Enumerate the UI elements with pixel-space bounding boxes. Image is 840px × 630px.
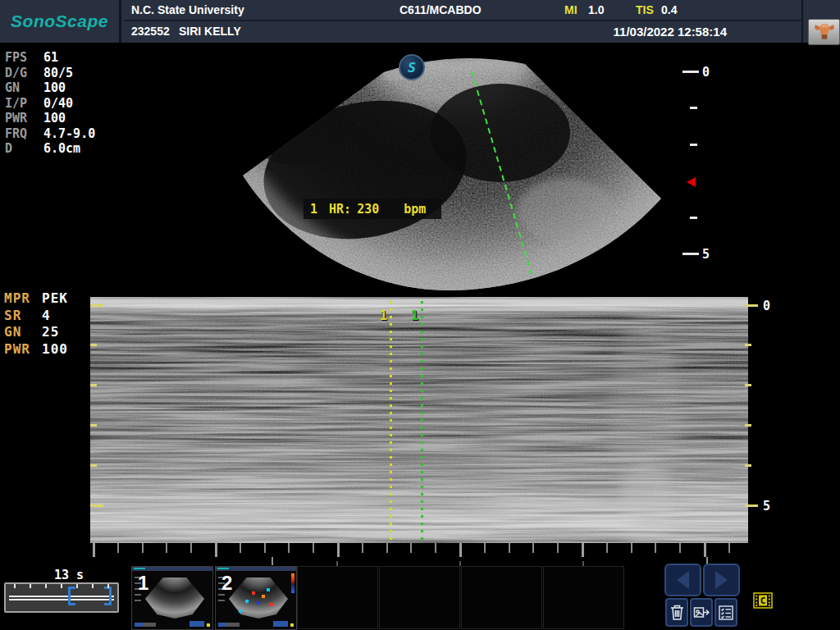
doppler-speckle (252, 591, 255, 595)
svg-text:C: C (760, 596, 766, 606)
ruler-tick (690, 107, 697, 109)
ruler-tick (745, 464, 751, 467)
thumb-badge (189, 621, 204, 627)
ultrasound-screen: SonoScape N.C. State University C611/MCA… (0, 0, 840, 630)
timeline-tick (92, 584, 94, 588)
time-tick (557, 543, 559, 553)
timeline-bracket-left[interactable] (68, 587, 75, 605)
delete-button[interactable] (665, 598, 688, 627)
timeline-tick (14, 584, 16, 588)
measurement-index: 1 (310, 202, 317, 217)
time-tick (93, 543, 95, 557)
time-tick (509, 543, 510, 553)
arrow-right-icon (715, 571, 728, 589)
mi-label: MI (564, 3, 578, 16)
doppler-speckle (267, 588, 270, 591)
thumbnail-slot-empty (543, 566, 624, 629)
tis-value: 0.4 (661, 3, 677, 16)
ruler-tick (90, 504, 103, 507)
time-tick (435, 543, 436, 553)
time-tick (215, 543, 217, 557)
time-tick (410, 543, 412, 553)
time-tick (532, 543, 534, 553)
ruler-label-5: 5 (702, 247, 710, 262)
caliper-yellow[interactable] (390, 301, 392, 542)
tis-label: TIS (636, 3, 654, 16)
header-divider (801, 0, 803, 43)
time-tick (264, 543, 266, 553)
mi-value: 1.0 (588, 3, 604, 16)
cine-clip-badge: C (753, 592, 773, 612)
cine-timeline[interactable] (4, 582, 119, 613)
focus-marker[interactable] (687, 177, 696, 187)
header-row-1: N.C. State University C611/MCABDO MI 1.0… (124, 0, 801, 21)
next-page-button[interactable] (703, 564, 740, 596)
ruler-label-5: 5 (763, 499, 770, 514)
thumb-header (216, 567, 296, 571)
time-tick (190, 543, 192, 553)
mmode-time-axis (0, 543, 840, 558)
time-tick (166, 543, 167, 553)
ruler-tick (745, 424, 751, 427)
time-tick (655, 543, 656, 553)
ruler-tick (90, 424, 97, 427)
timeline-tick (76, 584, 78, 588)
cine-film-icon: C (753, 592, 773, 609)
time-tick (288, 543, 290, 553)
thumb-dot (290, 623, 294, 627)
ruler-tick (90, 344, 97, 346)
time-tick (728, 543, 730, 553)
time-tick (631, 543, 632, 553)
ruler-label-0: 0 (702, 65, 710, 80)
sonoscape-logo: SonoScape (11, 11, 108, 31)
time-tick (362, 543, 363, 553)
trash-icon (669, 604, 685, 621)
caliper-green[interactable] (421, 301, 423, 542)
timeline-tick (45, 584, 47, 588)
ruler-tick (682, 253, 699, 255)
timeline-tick (61, 584, 62, 588)
thumb-progress (218, 623, 240, 627)
ruler-tick (745, 304, 758, 307)
ruler-tick (90, 304, 103, 307)
thumbnail-1[interactable]: 1 (131, 566, 213, 630)
timeline-tick (30, 584, 31, 588)
hr-measurement-box: 1 HR: 230 bpm (304, 199, 441, 219)
timeline-track (9, 599, 114, 600)
patient-name: SIRI KELLY (179, 25, 241, 38)
thumb-doppler-image (229, 578, 288, 619)
probe-orientation-marker: S (399, 54, 425, 80)
thumb-badge (273, 621, 288, 627)
timeline-bracket-right[interactable] (104, 587, 112, 605)
time-tick (117, 543, 119, 553)
export-icon (693, 605, 710, 620)
prev-page-button[interactable] (664, 564, 701, 596)
doppler-speckle (262, 595, 265, 598)
caliper-green-label: 1 (411, 308, 418, 323)
ruler-tick (90, 464, 97, 467)
timeline-duration: 13 s (43, 568, 95, 582)
thumb-progress (135, 623, 156, 627)
hr-value: 230 (357, 202, 379, 217)
doppler-speckle (257, 601, 260, 605)
time-tick (704, 543, 706, 557)
time-tick (142, 543, 144, 553)
doppler-colorbar (291, 573, 294, 593)
report-checklist-button[interactable] (714, 598, 737, 627)
thumb-header (132, 567, 212, 571)
export-image-button[interactable] (690, 598, 713, 627)
time-tick (484, 543, 486, 553)
logo-area: SonoScape (0, 0, 121, 43)
timeline-tick (107, 584, 109, 588)
time-tick (679, 543, 681, 553)
doppler-speckle (270, 603, 273, 606)
thumbnail-slot-empty (379, 566, 460, 629)
time-tick (313, 543, 314, 553)
arrow-left-icon (677, 571, 689, 589)
time-tick (386, 543, 388, 553)
time-tick (582, 543, 584, 557)
header-row-2: 232552 SIRI KELLY 11/03/2022 12:58:14 (124, 23, 801, 43)
ruler-label-0: 0 (763, 299, 770, 313)
thumbnail-2[interactable]: 2 (215, 566, 297, 630)
ruler-tick (745, 344, 751, 346)
